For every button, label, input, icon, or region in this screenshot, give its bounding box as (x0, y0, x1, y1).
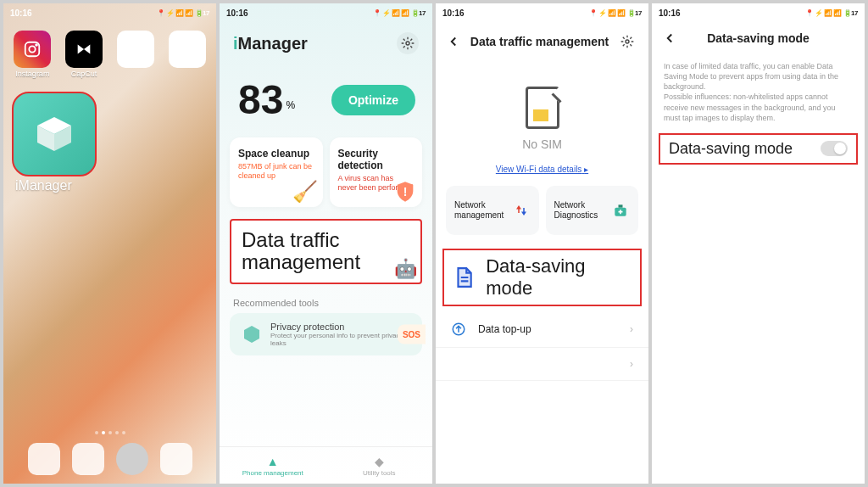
app-imanager[interactable] (12, 92, 97, 176)
page-header: Data traffic management (436, 22, 648, 61)
tool-cards-row: Space cleanup 857MB of junk can be clean… (220, 129, 432, 216)
imanager-header: iManager (220, 22, 432, 64)
status-icons: 📍 ⚡ 📶 📶 🔋17 (373, 9, 426, 17)
gear-icon (401, 36, 415, 50)
instagram-icon (14, 31, 51, 68)
status-bar: 10:16 📍 ⚡ 📶 📶 🔋17 (652, 3, 865, 22)
app-label: CapCut (71, 70, 97, 78)
data-traffic-card[interactable]: Data traffic management 🤖 (230, 219, 422, 284)
blank-icon (169, 31, 206, 68)
tool-cards-row: Network management Network Diagnostics (436, 186, 648, 244)
tab-label: Phone management (242, 469, 303, 477)
sos-badge[interactable]: SOS (398, 324, 426, 344)
network-diagnostics-card[interactable]: Network Diagnostics (546, 186, 639, 235)
row-label: Data top-up (478, 323, 531, 335)
diagnostics-icon (611, 201, 630, 220)
card-title: Privacy protection (270, 322, 412, 332)
svg-point-2 (36, 44, 38, 46)
card-title: Data traffic management (242, 228, 360, 273)
chevron-right-icon: › (630, 323, 633, 335)
dock-app-2[interactable] (72, 443, 104, 475)
page-indicator (3, 431, 216, 434)
data-traffic-panel: 10:16 📍 ⚡ 📶 📶 🔋17 Data traffic managemen… (436, 3, 648, 484)
card-subtitle: 857MB of junk can be cleaned up (238, 162, 314, 182)
imanager-panel: 10:16 📍 ⚡ 📶 📶 🔋17 iManager 83% Optimize … (220, 3, 432, 484)
home-screen-panel: 10:16 📍 ⚡ 📶 📶 🔋17 Instagram CapCut (3, 3, 216, 484)
list-item-empty[interactable]: › (436, 348, 648, 381)
status-icons: 📍 ⚡ 📶 📶 🔋17 (805, 9, 858, 17)
app-instagram[interactable]: Instagram (8, 31, 57, 78)
status-bar: 10:16 📍 ⚡ 📶 📶 🔋17 (436, 3, 648, 22)
tab-phone-management[interactable]: ▲ Phone management (220, 447, 326, 484)
back-button[interactable] (662, 31, 679, 46)
settings-button[interactable] (616, 31, 638, 53)
page-title: Data traffic management (470, 35, 609, 48)
svg-point-5 (626, 40, 629, 43)
chevron-left-icon (662, 31, 677, 46)
android-icon: 🤖 (394, 259, 417, 279)
blank-icon (117, 31, 154, 68)
page-title: Data-saving mode (686, 31, 831, 45)
settings-button[interactable] (397, 32, 419, 54)
back-button[interactable] (446, 34, 463, 49)
gear-icon (620, 35, 634, 48)
capcut-icon (65, 31, 103, 68)
cube-icon (240, 322, 264, 346)
bottom-tabbar: ▲ Phone management ◆ Utility tools (220, 446, 432, 484)
dock-app-4[interactable] (160, 443, 192, 475)
status-time: 10:16 (442, 8, 465, 18)
tab-label: Utility tools (363, 469, 396, 477)
toggle-label: Data-saving mode (669, 140, 793, 158)
home-app-grid: Instagram CapCut (3, 22, 216, 87)
card-title: Space cleanup (238, 148, 314, 160)
document-icon (451, 265, 476, 290)
chevron-left-icon (446, 34, 461, 49)
network-management-card[interactable]: Network management (446, 186, 539, 235)
dock-app-1[interactable] (28, 443, 60, 475)
data-saving-mode-row[interactable]: Data-saving mode (442, 249, 642, 306)
status-icons: 📍 ⚡ 📶 📶 🔋17 (157, 9, 209, 17)
card-label: Network Diagnostics (554, 200, 607, 221)
chevron-right-icon: › (630, 358, 633, 370)
toggle-switch[interactable] (821, 141, 848, 156)
card-label: Network management (454, 200, 507, 221)
page-header: Data-saving mode (652, 22, 865, 54)
card-subtitle: Protect your personal info to prevent pr… (270, 332, 412, 347)
status-time: 10:16 (659, 8, 681, 18)
shield-alert-icon: ! (393, 180, 417, 204)
security-card[interactable]: Security detection A virus scan has neve… (330, 137, 423, 207)
status-time: 10:16 (10, 8, 32, 18)
tab-utility-tools[interactable]: ◆ Utility tools (326, 447, 433, 484)
status-time: 10:16 (226, 8, 248, 18)
row-label: Data-saving mode (486, 255, 633, 299)
health-score: 83% (238, 80, 295, 120)
privacy-protection-card[interactable]: Privacy protection Protect your personal… (230, 313, 422, 355)
data-topup-row[interactable]: Data top-up › (436, 311, 648, 348)
topup-icon (451, 322, 468, 337)
dock-app-3[interactable] (116, 443, 148, 475)
tools-icon: ◆ (375, 455, 384, 468)
card-title: Security detection (338, 148, 415, 171)
svg-rect-7 (619, 204, 623, 207)
status-bar: 10:16 📍 ⚡ 📶 📶 🔋17 (220, 3, 432, 22)
sim-icon (526, 87, 559, 129)
app-blank-1[interactable] (112, 31, 160, 78)
sim-status: No SIM (436, 61, 648, 160)
wifi-details-link[interactable]: View Wi-Fi data details ▸ (436, 160, 648, 186)
up-down-icon (512, 201, 531, 220)
space-cleanup-card[interactable]: Space cleanup 857MB of junk can be clean… (230, 137, 323, 207)
app-capcut[interactable]: CapCut (60, 31, 108, 78)
section-header: Recommended tools (220, 288, 432, 313)
app-label: Instagram (15, 70, 49, 78)
data-saving-toggle-row[interactable]: Data-saving mode (659, 133, 858, 165)
highlighted-app: iManager (3, 87, 216, 193)
page-title: iManager (233, 34, 308, 53)
svg-text:!: ! (403, 185, 408, 199)
status-bar: 10:16 📍 ⚡ 📶 📶 🔋17 (3, 3, 216, 22)
status-icons: 📍 ⚡ 📶 📶 🔋17 (589, 9, 642, 17)
cube-icon (33, 113, 75, 155)
dock (3, 443, 216, 475)
app-blank-2[interactable] (163, 31, 211, 78)
optimize-button[interactable]: Optimize (331, 85, 415, 115)
arrow-right-icon: ▸ (584, 165, 588, 174)
